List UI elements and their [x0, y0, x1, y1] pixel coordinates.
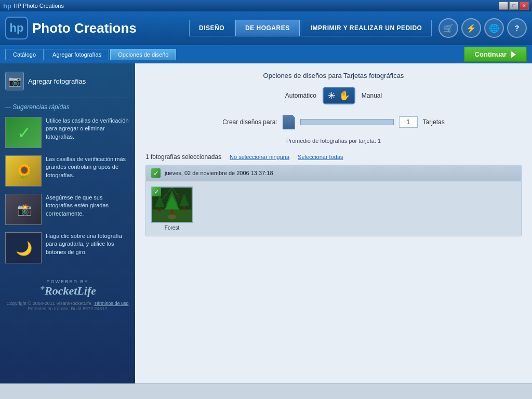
statusbar [0, 383, 532, 399]
add-photos-header: 📷 Agregar fotografías [5, 69, 130, 98]
agregar-fotografias-tab[interactable]: Agregar fotografías [45, 49, 109, 60]
copyright-text: Copyright © 2004-2011 Visan/RocketLife. … [5, 301, 130, 306]
main-layout: 📷 Agregar fotografías — Sugerencias rápi… [0, 63, 532, 383]
photo-thumb-wrapper: ✓ [151, 187, 193, 223]
sidebar-footer: POWERED BY ✦RocketLife Copyright © 2004-… [5, 274, 130, 311]
photo-group-header: ✓ jueves, 02 de noviembre de 2006 13:37:… [146, 165, 521, 181]
hp-logo: hp [5, 17, 28, 39]
group-checkbox[interactable]: ✓ [151, 168, 161, 178]
tip-4: 🌙 Haga clic sobre una fotografía para ag… [5, 232, 130, 263]
cart-button[interactable]: 🛒 [438, 18, 458, 38]
sidebar: 📷 Agregar fotografías — Sugerencias rápi… [0, 63, 135, 383]
content-title: Opciones de diseños para Tarjetas fotogr… [145, 72, 522, 79]
tarjetas-label: Tarjetas [423, 118, 445, 126]
photo-group: ✓ jueves, 02 de noviembre de 2006 13:37:… [145, 165, 522, 236]
tip-3-thumb: 📸 [5, 194, 42, 225]
tip-2: 🌻 Las casillas de verificación más grand… [5, 155, 130, 187]
tip-2-thumb: 🌻 [5, 155, 42, 187]
titlebar-title-area: hp HP Photo Creations [3, 2, 64, 10]
svg-point-9 [168, 215, 176, 219]
select-all-link[interactable]: Seleccionar todas [298, 154, 343, 160]
secondary-nav: Catálogo Agregar fotografías Opciones de… [0, 45, 532, 63]
powered-by-label: POWERED BY [5, 279, 130, 284]
design-for-label: Crear diseños para: [222, 118, 277, 126]
nav-diseno[interactable]: DISEÑO [189, 20, 234, 36]
camera-icon: 📷 [5, 72, 24, 90]
checkmark-icon: ✓ [17, 123, 31, 143]
rocketlife-logo: ✦RocketLife [5, 284, 130, 298]
continuar-label: Continuar [475, 50, 507, 58]
patents-text: Patentes en trámite. Build 8972.24517 [5, 306, 130, 311]
cards-count-input[interactable] [399, 116, 418, 128]
opciones-diseno-tab[interactable]: Opciones de diseño [110, 49, 176, 60]
promedio-line: Promedio de fotografías por tarjeta: 1 [145, 138, 522, 144]
quick-tips-title: — Sugerencias rápidas [5, 103, 130, 111]
tip-4-text: Haga clic sobre una fotografía para agra… [46, 232, 130, 256]
mode-icon-sparkle: ✳ [328, 90, 336, 101]
catalogo-tab[interactable]: Catálogo [5, 49, 44, 60]
lightning-icon: ⚡ [466, 23, 476, 33]
minimize-button[interactable]: ─ [499, 2, 508, 10]
svg-rect-6 [158, 207, 161, 211]
top-icons: 🛒 ⚡ 🌐 ? [438, 18, 527, 38]
tip-3: 📸 Asegúrese de que sus fotografías estén… [5, 194, 130, 225]
manual-label: Manual [362, 92, 382, 99]
globe-button[interactable]: 🌐 [484, 18, 504, 38]
photos-selected-label: 1 fotografías seleccionadas [145, 153, 221, 161]
restore-button[interactable]: □ [509, 2, 518, 10]
continuar-button[interactable]: Continuar [464, 47, 527, 62]
app-title: Photo Creations [32, 20, 137, 36]
sec-nav-left: Catálogo Agregar fotografías Opciones de… [5, 49, 176, 60]
tip-2-text: Las casillas de verificación más grandes… [46, 155, 130, 179]
tip-1-thumb: ✓ [5, 117, 42, 148]
cart-icon: 🛒 [443, 23, 454, 33]
photo-group-content: ✓ [146, 181, 521, 236]
photo-label: Forest [165, 225, 179, 231]
titlebar-controls: ─ □ ✕ [499, 2, 529, 10]
help-button[interactable]: ? [507, 18, 527, 38]
terms-link[interactable]: Términos de uso [94, 301, 128, 306]
tip-3-text: Asegúrese de que sus fotografías estén g… [46, 194, 130, 218]
nav-imprimir[interactable]: IMPRIMIR Y REALIZAR UN PEDIDO [301, 20, 432, 36]
titlebar: hp HP Photo Creations ─ □ ✕ [0, 0, 532, 11]
nav-de-hogares[interactable]: DE HOGARES [235, 20, 300, 36]
add-photos-label: Agregar fotografías [28, 77, 86, 85]
lightning-button[interactable]: ⚡ [461, 18, 481, 38]
tip-4-thumb: 🌙 [5, 232, 42, 263]
tip-1-text: Utilice las casillas de verificación par… [46, 117, 130, 141]
app-header: hp Photo Creations DISEÑO DE HOGARES IMP… [0, 11, 532, 45]
tip-1: ✓ Utilice las casillas de verificación p… [5, 117, 130, 148]
top-nav: DISEÑO DE HOGARES IMPRIMIR Y REALIZAR UN… [179, 20, 438, 36]
help-icon: ? [515, 24, 520, 32]
mode-selector: Automático ✳ ✋ Manual [145, 87, 522, 104]
photo-item[interactable]: ✓ [151, 187, 193, 231]
close-button[interactable]: ✕ [520, 2, 529, 10]
titlebar-logo: hp [3, 2, 11, 10]
cards-progress-bar [300, 119, 394, 125]
mode-toggle[interactable]: ✳ ✋ [323, 87, 355, 104]
photo-checkbox[interactable]: ✓ [152, 187, 161, 196]
no-select-link[interactable]: No seleccionar ninguna [230, 154, 289, 160]
mode-icon-hand: ✋ [339, 90, 350, 101]
photo-selection-header: 1 fotografías seleccionadas No seleccion… [145, 153, 522, 161]
content: Opciones de diseños para Tarjetas fotogr… [135, 63, 532, 383]
photo-group-date: jueves, 02 de noviembre de 2006 13:37:18 [165, 170, 273, 176]
design-options: Crear diseños para: Tarjetas [145, 115, 522, 129]
auto-label: Automático [285, 92, 316, 99]
svg-rect-8 [183, 206, 185, 210]
titlebar-title: HP Photo Creations [14, 3, 64, 9]
card-icon [283, 115, 295, 129]
arrow-right-icon [511, 51, 516, 58]
logo-area: hp Photo Creations [5, 17, 179, 39]
globe-icon: 🌐 [489, 23, 499, 33]
